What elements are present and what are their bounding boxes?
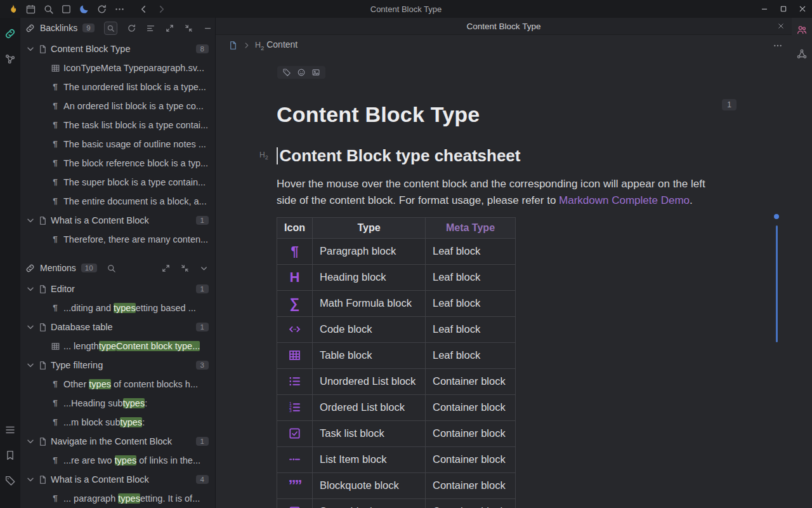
meta-type-cell[interactable]: Container block [426,368,516,394]
search-icon[interactable] [43,4,54,15]
tree-block-row[interactable]: ¶The entire document is a block, a... [20,192,215,211]
refresh-icon[interactable] [127,23,136,33]
type-cell[interactable]: Math Formula block [313,290,426,316]
type-cell[interactable]: Ordered List block [313,394,426,420]
maximize-button[interactable] [774,0,793,18]
forward-icon[interactable] [156,4,167,15]
tree-block-row[interactable]: ... lengthtypeContent block type... [20,337,215,356]
minimize-panel-icon[interactable] [203,23,213,33]
tree-block-row[interactable]: ¶The super block is a type contain... [20,173,215,192]
tag-icon[interactable] [282,68,291,77]
tree-doc-row[interactable]: What is a Content Block4 [20,470,215,489]
tree-block-row[interactable]: ¶...re are two types of links in the... [20,451,215,470]
markdown-demo-link[interactable]: Markdown Complete Demo [559,194,690,206]
meta-type-cell[interactable]: Container block [426,446,516,472]
icon-cell[interactable]: ”” [277,472,313,498]
type-cell[interactable]: Unordered List block [313,368,426,394]
tree-doc-row[interactable]: Type filtering3 [20,356,215,375]
expand-icon[interactable] [161,264,171,273]
icon-cell[interactable]: H [277,264,313,290]
theme-mode-icon[interactable] [79,4,89,15]
icon-cell[interactable]: 123 [277,394,313,420]
tree-block-row[interactable]: ¶The block reference block is a typ... [20,154,215,173]
emoji-icon[interactable] [297,68,306,77]
h2-heading[interactable]: Content Block type cheatsheet [280,146,521,166]
chevron-down-icon[interactable] [25,322,36,332]
more-icon[interactable] [773,41,783,51]
chevron-down-icon[interactable] [25,360,36,370]
tree-doc-row[interactable]: Content Block Type8 [20,39,215,58]
collapse-icon[interactable] [184,23,193,33]
paragraph-block[interactable]: Hover the mouse over the content block a… [277,176,722,210]
type-cell[interactable]: Super block [313,498,426,508]
tree-block-row[interactable]: ¶The task list block is a type contai... [20,116,215,135]
meta-type-cell[interactable]: Leaf block [426,264,516,290]
type-cell[interactable]: Heading block [313,264,426,290]
meta-type-cell[interactable]: Container block [426,472,516,498]
meta-type-cell[interactable]: Leaf block [426,290,516,316]
meta-type-cell[interactable]: Leaf block [426,238,516,264]
back-icon[interactable] [138,4,149,15]
backlinks-dock-icon[interactable] [4,28,16,39]
tree-block-row[interactable]: ¶The unordered list block is a type... [20,77,215,97]
type-cell[interactable]: Blockquote block [313,472,426,498]
type-cell[interactable]: Paragraph block [313,238,426,264]
tree-block-row[interactable]: ¶An ordered list block is a type co... [20,97,215,116]
icon-cell[interactable]: ∑ [277,290,313,316]
meta-type-cell[interactable]: Container block [426,498,516,508]
tab-content-block-type[interactable]: Content Block Type [467,22,541,31]
align-left-icon[interactable] [146,23,155,33]
expand-icon[interactable] [165,23,174,33]
doc-title[interactable]: Content Block Type [277,102,792,127]
chevron-down-icon[interactable] [25,284,36,294]
collapse-icon[interactable] [180,264,190,273]
meta-type-cell[interactable]: Container block [426,420,516,446]
meta-type-cell[interactable]: Leaf block [426,316,516,342]
daily-note-icon[interactable] [25,4,36,15]
chevron-down-icon[interactable] [25,474,36,485]
chevron-down-icon[interactable] [25,215,36,225]
chevron-down-icon[interactable] [199,264,209,273]
chevron-down-icon[interactable] [25,44,36,54]
sync-icon[interactable] [96,4,107,15]
breadcrumb-heading-item[interactable]: H2 Content [255,39,298,51]
chevron-down-icon[interactable] [25,436,36,446]
search-icon[interactable] [104,22,117,35]
tree-doc-row[interactable]: Editor1 [20,279,215,298]
type-cell[interactable]: Task list block [313,420,426,446]
tree-block-row[interactable]: ¶The basic usage of outline notes ... [20,135,215,154]
image-icon[interactable] [311,68,320,77]
tag-dock-icon[interactable] [4,475,16,486]
heading-block[interactable]: H2 Content Block type cheatsheet [277,146,792,166]
minimize-button[interactable] [755,0,774,18]
more-icon[interactable] [114,4,125,15]
tree-block-row[interactable]: ¶...diting and typesetting based ... [20,298,215,318]
close-button[interactable] [793,0,812,18]
type-cell[interactable]: Code block [313,316,426,342]
document-editor[interactable]: Content Block Type 1 H2 Content Block ty… [216,56,792,508]
meta-type-cell[interactable]: Container block [426,394,516,420]
icon-cell[interactable] [277,316,313,342]
tree-block-row[interactable]: ¶Therefore, there are many conten... [20,230,215,249]
type-cell[interactable]: Table block [313,342,426,368]
icon-cell[interactable]: ¶ [277,238,313,264]
tree-block-row[interactable]: IconTypeMeta Typeparagraph.sv... [20,58,215,77]
tree-block-row[interactable]: ¶...Heading subtypes: [20,394,215,413]
scrollbar-thumb[interactable] [776,225,778,342]
type-cell[interactable]: List Item block [313,446,426,472]
icon-cell[interactable] [277,342,313,368]
tree-block-row[interactable]: ¶Other types of content blocks h... [20,375,215,394]
tree-doc-row[interactable]: What is a Content Block1 [20,211,215,230]
tree-doc-row[interactable]: Navigate in the Content Block1 [20,432,215,451]
workspace-icon[interactable] [61,4,72,15]
tree-block-row[interactable]: ¶... paragraph typesetting. It is of... [20,489,215,508]
icon-cell[interactable] [277,498,313,508]
icon-cell[interactable] [277,368,313,394]
close-tab-icon[interactable] [776,22,785,30]
search-icon[interactable] [107,264,116,273]
icon-cell[interactable] [277,420,313,446]
users-icon[interactable] [796,24,808,36]
outline-dock-icon[interactable] [4,424,16,436]
tree-block-row[interactable]: ¶...m block subtypes: [20,413,215,432]
bookmark-dock-icon[interactable] [4,450,16,461]
